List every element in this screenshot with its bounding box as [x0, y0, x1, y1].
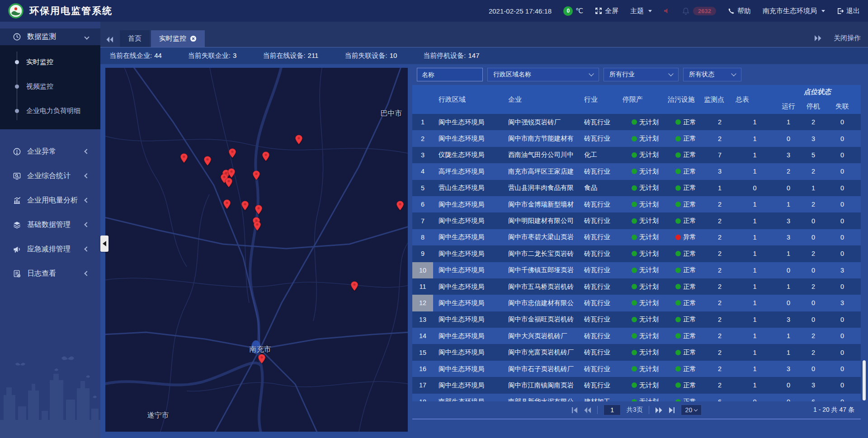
region-filter-select[interactable]: 行政区域名称 [487, 68, 599, 81]
monitor-count-cell: 6 [704, 394, 736, 401]
sidebar-group-header[interactable]: 数据监测 [0, 28, 100, 45]
table-row[interactable]: 14阆中生态环境局阆中大兴页岩机砖厂砖瓦行业无计划正常21120 [412, 328, 861, 344]
map-marker-pin[interactable] [204, 156, 212, 168]
monitor-count-cell: 2 [704, 130, 736, 146]
table-row[interactable]: 10阆中生态环境局阆中千佛镇五郎垭页岩砖瓦行业无计划正常21003 [412, 262, 861, 278]
offline-count-cell: 0 [824, 229, 861, 245]
company-cell: 阆中千佛镇五郎垭页岩 [503, 262, 579, 278]
industry-cell: 砖瓦行业 [579, 328, 623, 344]
table-row[interactable]: 4高坪生态环境局南充市高坪区王家店建砖瓦行业无计划正常31220 [412, 163, 861, 179]
table-row[interactable]: 16阆中生态环境局阆中市石子页岩机砖厂砖瓦行业无计划正常21300 [412, 361, 861, 377]
city-skyline-decoration [0, 352, 100, 438]
notifications-button[interactable]: 2632 [682, 7, 716, 15]
sidebar-item[interactable]: 企业用电量分析 [0, 188, 100, 212]
row-index-cell: 3 [412, 147, 433, 163]
meter-count-cell: 1 [736, 377, 774, 393]
meter-count-cell: 0 [736, 180, 774, 196]
monitor-count-cell: 2 [704, 245, 736, 262]
table-row[interactable]: 17阆中生态环境局阆中市江南镇阆南页岩砖瓦行业无计划正常21030 [412, 377, 861, 393]
chevron-left-icon [103, 241, 106, 246]
treatment-status-cell: 正常 [668, 180, 704, 196]
page-size-select[interactable]: 20 [681, 405, 702, 415]
map-marker-pin[interactable] [180, 153, 188, 165]
table-scrollbar-thumb[interactable] [863, 360, 866, 400]
sidebar-subitem[interactable]: 实时监控 [0, 50, 100, 74]
tabs-scroll-left-button[interactable] [106, 37, 113, 42]
sidebar-item[interactable]: 企业综合统计 [0, 164, 100, 188]
map-marker-pin[interactable] [225, 178, 232, 189]
table-row[interactable]: 11阆中生态环境局阆中市五马桥页岩机砖砖瓦行业无计划正常21120 [412, 278, 861, 295]
map-marker-pin[interactable] [228, 148, 236, 160]
logout-button[interactable]: 退出 [837, 7, 860, 15]
table-row[interactable]: 5营山生态环境局营山县润丰肉食品有限食品无计划正常10010 [412, 180, 861, 196]
monitor-count-cell: 2 [704, 262, 736, 278]
close-icon[interactable] [190, 35, 197, 42]
sidebar-item[interactable]: 基础数据管理 [0, 212, 100, 237]
sidebar-menu: 数据监测 实时监控 视频监控 企业电力负荷明细 企业异常 企业综合统计 企业用电… [0, 22, 100, 286]
map-marker-pin[interactable] [241, 201, 249, 212]
status-filter-select[interactable]: 所有状态 [683, 68, 741, 81]
table-row[interactable]: 18南部生态环境局南部县新华水泥有限公建材加工无计划正常60060 [412, 394, 861, 401]
running-count-cell: 3 [774, 147, 803, 163]
map-marker-pin[interactable] [258, 354, 265, 366]
name-filter-input[interactable] [417, 68, 483, 81]
table-row[interactable]: 1阆中生态环境局阆中强锐页岩砖厂砖瓦行业无计划正常21120 [412, 114, 861, 130]
map-marker-pin[interactable] [255, 205, 263, 217]
tab-realtime-monitor[interactable]: 实时监控 [151, 30, 205, 47]
table-row[interactable]: 8阆中生态环境局阆中市枣碧大梁山页岩砖瓦行业无计划异常21300 [412, 229, 861, 245]
sidebar-item-label: 应急减排管理 [27, 245, 71, 254]
map-marker-pin[interactable] [223, 199, 231, 211]
last-page-button[interactable] [669, 407, 675, 413]
map-panel[interactable]: 巴中市南充市遂宁市 [105, 68, 408, 432]
theme-dropdown[interactable]: 主题 [630, 7, 652, 15]
region-cell: 阆中生态环境局 [433, 262, 503, 278]
table-row[interactable]: 15阆中生态环境局阆中市光富页岩机砖厂砖瓦行业无计划正常21120 [412, 344, 861, 360]
stat-value: 10 [390, 52, 397, 59]
running-count-cell: 1 [774, 196, 803, 212]
first-page-button[interactable] [571, 407, 578, 413]
mute-button[interactable] [664, 8, 670, 14]
treatment-status-cell: 正常 [668, 114, 704, 130]
sidebar-item[interactable]: 应急减排管理 [0, 237, 100, 261]
col-header-stopped: 停机 [803, 99, 824, 114]
map-marker-pin[interactable] [262, 151, 269, 163]
map-marker-pin[interactable] [253, 221, 261, 233]
chevron-left-icon [84, 246, 89, 251]
table-row[interactable]: 13阆中生态环境局阆中市金福旺页岩机砖砖瓦行业无计划正常21300 [412, 311, 861, 328]
map-marker-pin[interactable] [295, 135, 303, 146]
table-row[interactable]: 7阆中生态环境局阆中明阳建材有限公司砖瓦行业无计划正常21300 [412, 212, 861, 229]
status-dot-icon [675, 300, 681, 306]
company-cell: 营山县润丰肉食品有限 [503, 180, 579, 196]
table-header: 行政区域 企业 行业 停限产 治污设施 监测点 总表 点位状态 运行 停机 失联 [412, 85, 861, 114]
sidebar-subitem[interactable]: 视频监控 [0, 74, 100, 99]
company-cell: 阆中市五马桥页岩机砖 [503, 278, 579, 295]
stopped-count-cell: 0 [803, 311, 824, 328]
status-dot-icon [675, 284, 681, 289]
stat-value: 211 [308, 52, 319, 59]
map-marker-pin[interactable] [351, 281, 359, 293]
sidebar-item[interactable]: 日志查看 [0, 261, 100, 286]
page-number-input[interactable] [604, 405, 621, 415]
company-cell: 阆中强锐页岩砖厂 [503, 114, 579, 130]
user-dropdown[interactable]: 南充市生态环境局 [763, 7, 825, 15]
map-marker-pin[interactable] [396, 201, 404, 212]
close-operations-button[interactable]: 关闭操作 [834, 34, 861, 42]
table-row[interactable]: 6阆中生态环境局阆中市金博瑞新型墙材砖瓦行业无计划正常21120 [412, 196, 861, 212]
fullscreen-button[interactable]: 全屏 [595, 7, 618, 15]
map-marker-pin[interactable] [252, 170, 260, 182]
sidebar-item[interactable]: 企业异常 [0, 139, 100, 164]
tabs-scroll-right-button[interactable] [814, 35, 822, 41]
help-button[interactable]: 帮助 [728, 7, 751, 15]
table-row[interactable]: 3仪陇生态环境局西南油气田分公司川中化工无计划正常71350 [412, 147, 861, 163]
next-page-button[interactable] [655, 407, 663, 413]
table-row[interactable]: 12阆中生态环境局阆中市忠信建材有限公砖瓦行业无计划正常21003 [412, 295, 861, 311]
sidebar-collapse-handle[interactable] [100, 235, 108, 252]
sidebar-item-label: 企业综合统计 [27, 171, 71, 181]
table-row[interactable]: 2阆中生态环境局阆中市南方节能建材有砖瓦行业无计划正常21030 [412, 130, 861, 146]
tab-home[interactable]: 首页 [120, 30, 150, 47]
industry-filter-select[interactable]: 所有行业 [604, 68, 679, 81]
running-count-cell: 1 [774, 114, 803, 130]
table-row[interactable]: 9阆中生态环境局阆中市二龙长宝页岩砖砖瓦行业无计划正常21120 [412, 245, 861, 262]
sidebar-subitem[interactable]: 企业电力负荷明细 [0, 99, 100, 123]
previous-page-button[interactable] [584, 407, 591, 413]
